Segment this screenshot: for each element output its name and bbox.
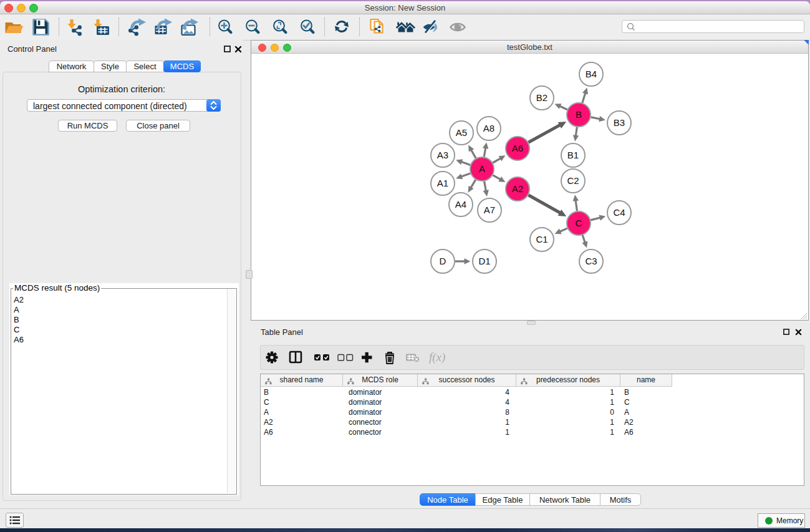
svg-text:A4: A4 bbox=[455, 199, 466, 210]
svg-text:A: A bbox=[479, 163, 485, 174]
svg-text:B2: B2 bbox=[536, 92, 547, 103]
svg-text:f(x): f(x) bbox=[429, 351, 445, 364]
svg-text:C3: C3 bbox=[585, 256, 597, 266]
svg-text:B: B bbox=[576, 109, 582, 120]
svg-text:D: D bbox=[440, 256, 446, 266]
svg-text:A7: A7 bbox=[484, 205, 495, 215]
svg-text:C2: C2 bbox=[567, 175, 579, 186]
svg-text:B4: B4 bbox=[586, 69, 597, 79]
svg-text:B1: B1 bbox=[567, 150, 579, 160]
svg-text:A1: A1 bbox=[437, 178, 448, 188]
svg-text:A5: A5 bbox=[456, 127, 467, 138]
svg-text:D1: D1 bbox=[478, 256, 490, 266]
svg-text:B3: B3 bbox=[614, 117, 625, 128]
svg-text:C1: C1 bbox=[536, 234, 547, 244]
svg-text:A3: A3 bbox=[437, 150, 448, 160]
svg-text:C: C bbox=[576, 218, 582, 228]
svg-text:A2: A2 bbox=[512, 183, 523, 194]
svg-text:C4: C4 bbox=[613, 207, 625, 218]
svg-text:A8: A8 bbox=[483, 123, 494, 133]
svg-text:A6: A6 bbox=[512, 143, 523, 153]
